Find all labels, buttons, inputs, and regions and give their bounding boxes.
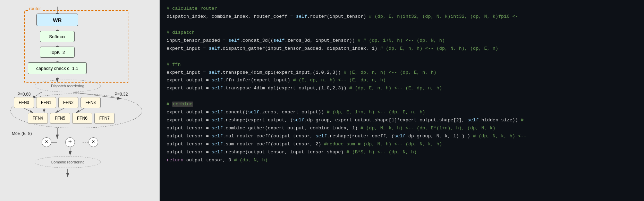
- code-line-dispatch: dispatch_index, combine_index, router_co…: [167, 13, 637, 21]
- multiply-right-icon: ×: [88, 137, 98, 147]
- ffn1-label: FFN1: [41, 100, 51, 105]
- ffn4-box: FFN4: [28, 113, 48, 124]
- ffn5-label: FFN5: [55, 116, 65, 121]
- ffn6-label: FFN6: [77, 116, 87, 121]
- multiply-left-icon: ×: [42, 137, 51, 147]
- code-line-transpose2: expert_output = self.transpose_4dim_dp1(…: [167, 85, 637, 93]
- topk-box: TopK=2: [40, 47, 75, 58]
- add-icon: +: [65, 137, 75, 147]
- code-line-sum-router: output_tensor = self.sum_router_coeff(ou…: [167, 140, 637, 148]
- code-comment-ffn: # ffn: [167, 61, 637, 69]
- combine-label: Combine reordering: [51, 160, 84, 164]
- code-comment-combine: # combine: [167, 100, 637, 108]
- ffn3-label: FFN3: [85, 100, 96, 105]
- ffn3-box: FFN3: [80, 97, 101, 108]
- combine-ellipse: Combine reordering: [35, 156, 101, 168]
- diagram-content: router WR Softmax TopK=2 capacity check …: [7, 7, 153, 194]
- p-label-left: P=0.68: [17, 92, 31, 97]
- topk-label: TopK=2: [50, 50, 65, 55]
- wr-label: WR: [53, 17, 62, 23]
- capacity-box: capacity check c=1.1: [28, 62, 87, 74]
- code-line-transpose1: expert_input = self.transpose_4dim_dp1(e…: [167, 69, 637, 77]
- code-line-ffn-infer: expert_output = self.ffn_infer(expert_in…: [167, 77, 637, 85]
- code-line-return: return output_tensor, 0 # (dp, N, h): [167, 156, 637, 164]
- code-panel: # calculate router dispatch_index, combi…: [160, 0, 644, 201]
- ffn7-label: FFN7: [99, 116, 110, 121]
- code-line-expert-input: expert_input = self.dispatch_gather(inpu…: [167, 45, 637, 53]
- diagram-panel: router WR Softmax TopK=2 capacity check …: [0, 0, 160, 201]
- code-comment-router: # calculate router: [167, 5, 637, 13]
- ffn-row2: FFN4 FFN5 FFN6 FFN7: [28, 113, 115, 124]
- p-label-right: P=0.32: [115, 92, 128, 97]
- moe-label: MoE (E=8): [12, 131, 32, 136]
- code-comment-dispatch: # dispatch: [167, 29, 637, 37]
- ffn2-box: FFN2: [58, 97, 78, 108]
- ffn7-box: FFN7: [94, 113, 115, 124]
- ffn2-label: FFN2: [63, 100, 74, 105]
- capacity-label: capacity check c=1.1: [36, 66, 78, 71]
- softmax-label: Softmax: [49, 34, 66, 39]
- ffn0-box: FFN0: [14, 97, 34, 108]
- router-label: router: [28, 6, 42, 11]
- ffn6-box: FFN6: [72, 113, 92, 124]
- ffn-row1: FFN0 FFN1 FFN2 FFN3: [14, 97, 101, 108]
- ffn1-box: FFN1: [36, 97, 56, 108]
- code-line-combine-gather: output_tensor = self.combine_gather(expe…: [167, 124, 637, 132]
- code-line-reshape1: expert_output = self.reshape(expert_outp…: [167, 116, 637, 124]
- code-line-mul-router: output_tensor = self.mul_router_coeff(ou…: [167, 132, 637, 140]
- dispatch-label: Dispatch reordering: [51, 84, 84, 88]
- ffn4-label: FFN4: [33, 116, 43, 121]
- dispatch-ellipse: Dispatch reordering: [35, 80, 101, 92]
- ffn0-label: FFN0: [19, 100, 29, 105]
- code-line-concat: expert_output = self.concat((self.zeros,…: [167, 108, 637, 116]
- code-line-padded: input_tensor_padded = self.concat_3d((se…: [167, 37, 637, 45]
- softmax-box: Softmax: [40, 31, 75, 42]
- ffn5-box: FFN5: [50, 113, 70, 124]
- wr-box: WR: [36, 14, 78, 26]
- code-line-reshape2: output_tensor = self.reshape(output_tens…: [167, 148, 637, 156]
